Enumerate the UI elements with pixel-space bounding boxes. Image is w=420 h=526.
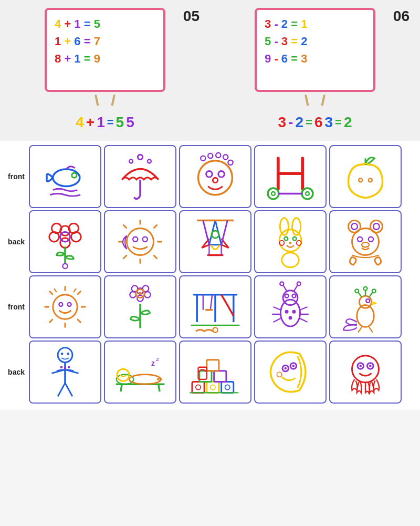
math-line-4: 3 - 2 = 1 — [265, 15, 365, 33]
panel-05: 05 4 + 1 = 5 1 + 6 = 7 8 + — [0, 5, 210, 138]
svg-point-117 — [289, 316, 292, 319]
svg-point-162 — [292, 365, 295, 367]
svg-point-61 — [282, 253, 299, 267]
svg-line-109 — [274, 307, 281, 310]
svg-line-111 — [274, 318, 281, 322]
svg-point-139 — [67, 353, 69, 355]
piece: 2 — [295, 115, 303, 130]
svg-point-14 — [228, 160, 233, 165]
card-apple — [329, 145, 402, 208]
svg-rect-150 — [222, 382, 234, 393]
svg-point-4 — [129, 160, 133, 163]
grid-section: front — [0, 141, 420, 410]
svg-point-64 — [351, 223, 358, 230]
card-sun-smile — [29, 275, 101, 338]
svg-point-53 — [280, 218, 288, 235]
row-label-back-2: back — [5, 368, 29, 376]
svg-point-1 — [72, 173, 77, 178]
svg-line-114 — [300, 318, 308, 322]
svg-point-13 — [223, 154, 228, 159]
svg-line-112 — [300, 307, 308, 310]
svg-line-97 — [211, 295, 212, 310]
svg-point-5 — [148, 160, 151, 163]
board-frame-05: 4 + 1 = 5 1 + 6 = 7 8 + 1 = 9 — [45, 8, 165, 92]
svg-point-104 — [292, 294, 296, 298]
piece: 3 — [324, 115, 333, 130]
svg-point-101 — [280, 300, 300, 326]
svg-point-54 — [292, 218, 300, 235]
piece: 1 — [97, 115, 105, 130]
svg-point-24 — [359, 178, 362, 182]
svg-text:z: z — [156, 355, 159, 362]
svg-point-8 — [218, 171, 225, 178]
svg-line-78 — [77, 319, 81, 323]
svg-point-21 — [306, 192, 309, 195]
card-rocket-swing — [179, 210, 251, 273]
card-person — [29, 341, 101, 404]
card-bunny — [254, 210, 327, 273]
svg-point-68 — [369, 237, 373, 242]
svg-line-133 — [58, 383, 65, 397]
piece: 6 — [314, 115, 323, 130]
svg-line-128 — [369, 327, 373, 332]
grid-row-back-2: back — [5, 341, 415, 404]
card-flower — [29, 210, 101, 273]
svg-point-34 — [62, 264, 67, 269]
piece: 3 — [278, 115, 287, 130]
svg-point-106 — [280, 282, 284, 285]
card-umbrella — [104, 145, 176, 208]
card-fish — [29, 145, 101, 208]
svg-point-44 — [133, 237, 138, 242]
svg-line-79 — [54, 288, 57, 292]
card-toy-h — [254, 145, 327, 208]
svg-line-127 — [358, 327, 362, 332]
svg-point-82 — [68, 303, 71, 306]
svg-point-156 — [196, 385, 201, 389]
svg-line-146 — [121, 384, 122, 391]
svg-point-108 — [297, 282, 301, 285]
math-line-2: 1 + 6 = 7 — [55, 33, 155, 50]
easel-stand-05 — [89, 93, 121, 106]
cards-row-back-1 — [29, 210, 415, 273]
svg-line-125 — [369, 292, 373, 297]
svg-line-49 — [222, 220, 228, 244]
svg-point-116 — [292, 310, 296, 314]
cards-row-front-1 — [29, 145, 415, 208]
svg-line-105 — [283, 285, 287, 291]
svg-line-123 — [358, 292, 362, 297]
svg-point-167 — [359, 365, 362, 367]
svg-point-31 — [69, 223, 79, 233]
grid-row-front-2: front — [5, 275, 415, 338]
svg-point-70 — [53, 295, 77, 319]
panel-number-05: 05 — [183, 8, 200, 25]
svg-point-65 — [373, 223, 380, 230]
svg-point-32 — [60, 232, 70, 242]
svg-point-30 — [51, 223, 61, 233]
card-sun-face — [104, 210, 176, 273]
top-section: 05 4 + 1 = 5 1 + 6 = 7 8 + — [0, 0, 420, 141]
svg-line-43 — [154, 255, 158, 259]
math-line-3: 8 + 1 = 9 — [55, 50, 155, 67]
svg-point-10 — [201, 156, 205, 161]
piece: 4 — [76, 115, 84, 130]
svg-rect-152 — [214, 371, 226, 382]
svg-point-45 — [143, 237, 148, 242]
piece: = — [335, 117, 342, 128]
svg-point-25 — [369, 178, 372, 182]
grid-row-back-1: back — [5, 210, 415, 273]
pieces-row-05: 4 + 1 = 5 5 — [76, 109, 134, 136]
svg-point-168 — [369, 365, 372, 367]
svg-point-120 — [366, 299, 370, 303]
card-playground — [179, 275, 251, 338]
svg-rect-149 — [207, 382, 219, 393]
pieces-row-06: 3 - 2 = 6 3 = 2 — [278, 109, 352, 136]
svg-line-76 — [77, 291, 81, 295]
svg-point-11 — [208, 153, 213, 158]
math-line-1: 4 + 1 = 5 — [55, 15, 155, 33]
svg-point-103 — [285, 294, 289, 298]
svg-point-58 — [289, 242, 292, 244]
card-moon-face — [254, 341, 327, 404]
piece: = — [107, 117, 114, 128]
svg-point-122 — [364, 287, 368, 291]
svg-point-7 — [206, 171, 213, 178]
